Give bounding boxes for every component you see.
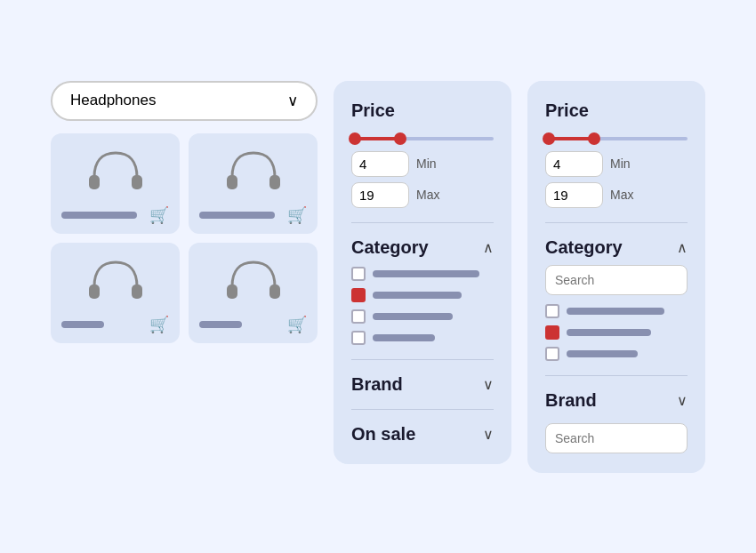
range-min-row-2: Min	[545, 151, 688, 177]
svg-rect-6	[227, 285, 237, 299]
price-max-input-1[interactable]	[351, 182, 409, 208]
category-item	[351, 267, 494, 281]
svg-rect-1	[132, 175, 142, 189]
cart-icon[interactable]: 🛒	[149, 315, 169, 334]
filter-panel-2: Price Min Max	[527, 81, 705, 473]
category-label-bar	[373, 313, 453, 320]
cart-row: 🛒	[61, 315, 169, 334]
brand-title-2: Brand	[545, 390, 597, 411]
left-panel: Headphones ∨ 🛒	[51, 81, 318, 343]
headphone-icon	[84, 255, 148, 308]
price-min-input-1[interactable]	[351, 151, 409, 177]
divider	[545, 375, 688, 376]
svg-rect-5	[132, 285, 142, 299]
price-bar	[199, 212, 275, 219]
category-items-1	[351, 267, 494, 345]
min-label-2: Min	[610, 156, 631, 171]
chevron-up-icon-2[interactable]: ∧	[677, 239, 688, 256]
slider-thumb-left[interactable]	[543, 132, 555, 145]
price-slider-1[interactable]	[351, 130, 494, 148]
brand-header-1: Brand ∨	[351, 374, 494, 395]
checkbox[interactable]	[545, 347, 559, 361]
category-label-bar	[373, 292, 462, 299]
checkbox[interactable]	[351, 331, 366, 345]
product-card: 🛒	[189, 133, 318, 234]
slider-thumb-right[interactable]	[394, 132, 406, 145]
checkbox[interactable]	[351, 309, 366, 324]
brand-section-2: Brand ∨	[545, 390, 688, 453]
category-label-bar	[567, 350, 638, 357]
divider	[351, 222, 494, 223]
chevron-down-icon-brand-1[interactable]: ∨	[483, 376, 494, 393]
category-item	[351, 331, 494, 345]
headphone-icon	[221, 255, 286, 308]
price-max-input-2[interactable]	[545, 182, 603, 208]
chevron-down-icon-onsale-1[interactable]: ∨	[483, 426, 494, 443]
range-min-row-1: Min	[351, 151, 494, 177]
cart-row: 🛒	[199, 315, 307, 334]
onsale-title-1: On sale	[351, 424, 415, 445]
category-item	[545, 325, 688, 340]
category-title-1: Category	[351, 237, 429, 258]
category-label-bar	[567, 329, 651, 336]
category-section-2: Category ∧	[545, 237, 688, 361]
brand-section-1: Brand ∨	[351, 374, 494, 395]
category-label-bar	[373, 334, 435, 341]
chevron-up-icon-1[interactable]: ∧	[483, 239, 494, 256]
price-min-input-2[interactable]	[545, 151, 603, 177]
svg-rect-0	[89, 175, 100, 189]
onsale-header-1: On sale ∨	[351, 424, 494, 445]
headphone-icon	[84, 146, 148, 198]
max-label-1: Max	[416, 188, 439, 202]
price-section-2: Price Min Max	[545, 100, 688, 208]
checkbox-checked[interactable]	[545, 325, 559, 340]
range-inputs-2: Min Max	[545, 151, 688, 208]
divider	[545, 222, 688, 223]
category-item	[351, 309, 494, 324]
main-container: Headphones ∨ 🛒	[33, 63, 723, 491]
checkbox-checked[interactable]	[351, 288, 366, 302]
slider-thumb-left[interactable]	[349, 132, 361, 145]
headphone-icon	[221, 146, 286, 198]
category-label-bar	[567, 308, 664, 315]
chevron-down-icon-brand-2[interactable]: ∨	[677, 392, 688, 409]
category-label-bar	[373, 270, 479, 277]
category-title-2: Category	[545, 237, 623, 258]
price-bar-short	[61, 321, 104, 328]
price-title-2: Price	[545, 100, 688, 121]
chevron-down-icon: ∨	[287, 92, 298, 110]
cart-icon[interactable]: 🛒	[287, 205, 307, 225]
max-label-2: Max	[610, 188, 633, 202]
category-section-1: Category ∧	[351, 237, 494, 345]
price-bar	[61, 212, 137, 219]
category-search-input-2[interactable]	[545, 265, 688, 295]
brand-search-input-2[interactable]	[545, 423, 688, 453]
category-header-1: Category ∧	[351, 237, 494, 258]
brand-title-1: Brand	[351, 374, 403, 395]
divider	[351, 359, 494, 360]
cart-icon[interactable]: 🛒	[287, 315, 307, 334]
cart-icon[interactable]: 🛒	[149, 205, 169, 225]
cart-row: 🛒	[199, 205, 307, 225]
slider-thumb-right[interactable]	[588, 132, 600, 145]
price-bar-short	[199, 321, 242, 328]
checkbox[interactable]	[351, 267, 366, 281]
category-item	[351, 288, 494, 302]
category-search-container-2	[545, 265, 688, 295]
product-card: 🛒	[51, 243, 180, 343]
range-max-row-2: Max	[545, 182, 688, 208]
checkbox[interactable]	[545, 304, 559, 318]
svg-rect-2	[227, 175, 237, 189]
category-header-2: Category ∧	[545, 237, 688, 258]
category-dropdown[interactable]: Headphones ∨	[51, 81, 318, 121]
range-inputs-1: Min Max	[351, 151, 494, 208]
product-grid: 🛒 🛒	[51, 133, 318, 343]
divider	[351, 409, 494, 410]
filter-panel-1: Price Min Max	[334, 81, 511, 464]
onsale-section-1: On sale ∨	[351, 424, 494, 445]
product-card: 🛒	[189, 243, 318, 343]
price-section-1: Price Min Max	[351, 100, 494, 208]
category-items-2	[545, 304, 688, 361]
price-slider-2[interactable]	[545, 130, 688, 148]
cart-row: 🛒	[61, 205, 169, 225]
